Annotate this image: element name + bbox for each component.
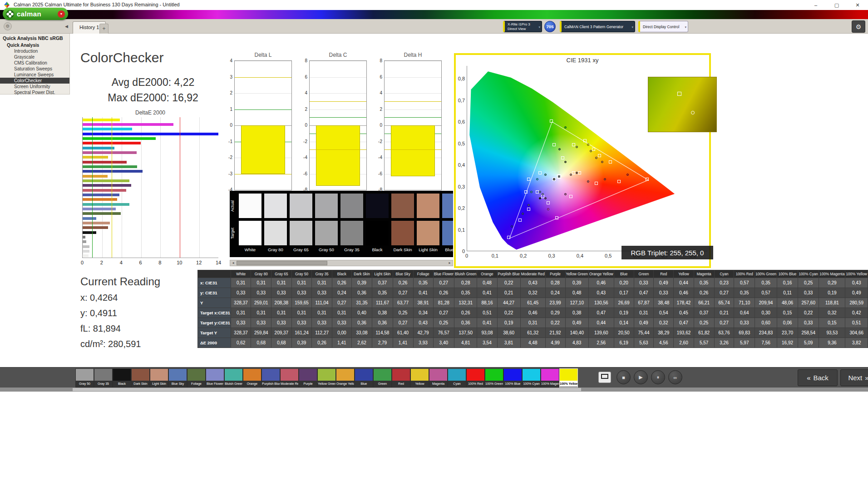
swatch-panel-scrollbar[interactable]: ◂ ▸ bbox=[230, 260, 453, 266]
reading-y: y: 0,4911 bbox=[80, 308, 117, 318]
pattern-button-orange[interactable]: Orange bbox=[243, 368, 261, 388]
pattern-button-bluish-green[interactable]: Bluish Green bbox=[224, 368, 243, 388]
pause-button[interactable]: ⏸ bbox=[651, 370, 665, 384]
cell: 0,24 bbox=[332, 288, 351, 298]
pattern-button-100-blue[interactable]: 100% Blue bbox=[503, 368, 522, 388]
loop-button[interactable]: ∞ bbox=[668, 370, 682, 384]
workspace-menu-button[interactable]: ⚙ bbox=[4, 22, 12, 30]
add-tab-button[interactable]: + bbox=[99, 24, 108, 34]
page-title: ColorChecker bbox=[80, 50, 163, 65]
close-button[interactable]: ✕ bbox=[847, 0, 868, 10]
settings-gear-icon[interactable]: ⚙ bbox=[852, 20, 865, 33]
pattern-button-100-green[interactable]: 100% Green bbox=[485, 368, 503, 388]
pattern-button-orange-yellow[interactable]: Orange Yellow bbox=[336, 368, 355, 388]
play-button[interactable]: ▶ bbox=[634, 370, 648, 384]
sidebar-item-grayscale[interactable]: Grayscale bbox=[0, 54, 69, 60]
cell: 0,31 bbox=[291, 308, 312, 318]
pattern-button-purple[interactable]: Purple bbox=[299, 368, 317, 388]
y-axis-tick-label: 2 bbox=[370, 107, 382, 112]
calman-menu-button[interactable]: calman ▼ bbox=[3, 8, 68, 20]
pattern-button-100-yellow[interactable]: 100% Yellow bbox=[559, 368, 578, 388]
pattern-button-yellow[interactable]: Yellow bbox=[410, 368, 429, 388]
pattern-button-black[interactable]: Black bbox=[113, 368, 131, 388]
y-axis-tick-label: -3 bbox=[221, 171, 232, 176]
target-swatch-white bbox=[239, 221, 261, 245]
target-swatch-gray-80 bbox=[264, 221, 287, 245]
minimize-button[interactable]: – bbox=[805, 0, 826, 10]
pattern-button-cyan[interactable]: Cyan bbox=[448, 368, 466, 388]
sidebar-item-saturation-sweeps[interactable]: Saturation Sweeps bbox=[0, 66, 69, 72]
pattern-button-red[interactable]: Red bbox=[392, 368, 410, 388]
pattern-label: Purplish Blue bbox=[262, 381, 280, 387]
pattern-button-magenta[interactable]: Magenta bbox=[429, 368, 448, 388]
sidebar-item-luminance-sweeps[interactable]: Luminance Sweeps bbox=[0, 72, 69, 78]
pattern-generator-dropdown[interactable]: CalMAN Client 3 Pattern Generator ▾ bbox=[560, 21, 635, 32]
scrollbar-thumb[interactable] bbox=[73, 388, 581, 391]
cell: 2,56 bbox=[588, 338, 614, 348]
sidebar-collapse-icon[interactable]: ◀ bbox=[63, 23, 70, 30]
pattern-button-blue-sky[interactable]: Blue Sky bbox=[168, 368, 187, 388]
cie-chart-title: CIE 1931 xy bbox=[456, 57, 709, 64]
pattern-color bbox=[281, 369, 298, 381]
cell: 0,33 bbox=[291, 318, 312, 328]
cell: 0,35 bbox=[734, 288, 755, 298]
pattern-button-100-magenta[interactable]: 100% Magenta bbox=[541, 368, 559, 388]
scroll-left-icon[interactable]: ◂ bbox=[230, 260, 236, 266]
pattern-window-button[interactable] bbox=[598, 372, 611, 383]
pattern-button-yellow-green[interactable]: Yellow Green bbox=[317, 368, 336, 388]
pattern-label: Black bbox=[113, 381, 131, 387]
pattern-color bbox=[132, 369, 149, 381]
pattern-color bbox=[206, 369, 224, 381]
meter-dropdown[interactable]: X-Rite i1Pro 3Direct View ▾ bbox=[503, 21, 542, 32]
target-row-label: Target bbox=[230, 221, 237, 245]
cell: 2,79 bbox=[372, 338, 393, 348]
target-swatch-blue-sky bbox=[442, 221, 453, 245]
next-button[interactable]: Next » bbox=[840, 369, 868, 386]
maximize-button[interactable]: ▢ bbox=[826, 0, 847, 10]
delta-h-title: Delta H bbox=[384, 52, 442, 58]
scroll-right-icon[interactable]: ▸ bbox=[447, 260, 453, 266]
sidebar-item-spectral-power-dist-[interactable]: Spectral Power Dist. bbox=[0, 89, 69, 95]
swatch-label: Gray 35 bbox=[339, 247, 365, 252]
cell: 0,49 bbox=[654, 278, 674, 288]
pattern-button-blue-flower[interactable]: Blue Flower bbox=[206, 368, 224, 388]
pattern-button-moderate-red[interactable]: Moderate Red bbox=[280, 368, 299, 388]
pattern-button-green[interactable]: Green bbox=[373, 368, 392, 388]
pattern-button-blue[interactable]: Blue bbox=[355, 368, 373, 388]
sidebar-item-introduction[interactable]: Introduction bbox=[0, 48, 69, 54]
measured-marker-100-yellow bbox=[587, 144, 589, 146]
gridline bbox=[310, 93, 366, 94]
pattern-color bbox=[225, 369, 242, 381]
table-row: Target x:CIE310,310,310,310,310,310,310,… bbox=[198, 308, 868, 318]
pattern-button-foliage[interactable]: Foliage bbox=[187, 368, 206, 388]
target-marker-red bbox=[617, 180, 621, 183]
target-marker-orange bbox=[609, 160, 612, 164]
pattern-label: Red bbox=[392, 381, 410, 387]
cell: 0,47 bbox=[588, 308, 614, 318]
cell: 0,33 bbox=[798, 288, 819, 298]
pattern-button-100-cyan[interactable]: 100% Cyan bbox=[522, 368, 541, 388]
sidebar-item-screen-uniformity[interactable]: Screen Uniformity bbox=[0, 84, 69, 89]
calman-dropdown-icon[interactable]: ▼ bbox=[58, 10, 65, 18]
sidebar-item-colorchecker[interactable]: ColorChecker bbox=[0, 78, 69, 84]
pattern-button-purplish-blue[interactable]: Purplish Blue bbox=[261, 368, 280, 388]
column-header-100-green: 100% Green bbox=[755, 270, 777, 278]
pattern-button-gray-35[interactable]: Gray 35 bbox=[94, 368, 113, 388]
bottom-scrollbar[interactable] bbox=[0, 388, 868, 392]
display-control-dropdown[interactable]: Direct Display Control ▾ bbox=[638, 21, 688, 32]
scrollbar-thumb[interactable] bbox=[237, 261, 327, 265]
back-button[interactable]: « Back bbox=[798, 369, 838, 386]
cell: 0,36 bbox=[454, 318, 477, 328]
sidebar-item-cms-calibration[interactable]: CMS Calibration bbox=[0, 60, 69, 66]
pattern-button-light-skin[interactable]: Light Skin bbox=[150, 368, 168, 388]
x-axis-tick-label: 14 bbox=[212, 260, 225, 265]
stop-button[interactable]: ■ bbox=[616, 370, 631, 384]
meter-count-badge[interactable]: 705 bbox=[544, 21, 556, 32]
pattern-button-dark-skin[interactable]: Dark Skin bbox=[131, 368, 150, 388]
pattern-button-gray-50[interactable]: Gray 50 bbox=[75, 368, 94, 388]
reference-line bbox=[385, 101, 441, 102]
pattern-button-100-red[interactable]: 100% Red bbox=[466, 368, 485, 388]
sidebar-root-quick-analysis[interactable]: Quick Analysis bbox=[0, 42, 69, 48]
cie-x-tick-label: 0 bbox=[461, 253, 472, 258]
pattern-label: 100% Blue bbox=[504, 381, 522, 387]
